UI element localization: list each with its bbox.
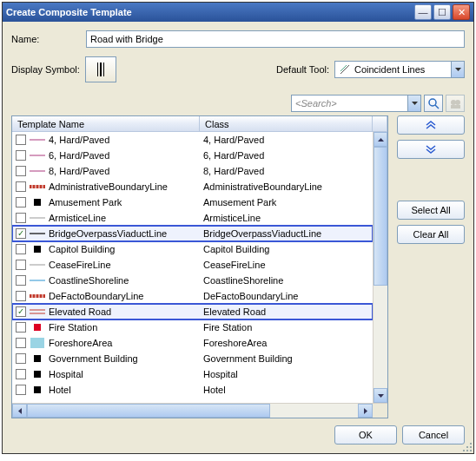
row-template-name: 4, Hard/Paved — [49, 135, 109, 145]
name-input[interactable] — [86, 30, 465, 48]
table-row[interactable]: 8, Hard/Paved8, Hard/Paved — [12, 163, 373, 179]
row-symbol-icon — [30, 291, 45, 301]
chevron-down-icon[interactable] — [451, 61, 465, 78]
close-button[interactable]: ✕ — [453, 4, 470, 20]
select-all-button[interactable]: Select All — [397, 201, 465, 220]
clear-all-button[interactable]: Clear All — [397, 225, 465, 244]
row-class: BridgeOverpassViaductLine — [203, 228, 321, 239]
row-symbol-icon — [30, 213, 45, 223]
col-template-name[interactable]: Template Name — [12, 116, 200, 131]
scroll-thumb-vertical[interactable] — [374, 147, 387, 286]
vertical-scrollbar[interactable] — [373, 132, 387, 403]
row-checkbox[interactable] — [16, 135, 26, 145]
horizontal-scrollbar[interactable] — [12, 403, 387, 418]
row-class: 4, Hard/Paved — [203, 135, 264, 145]
table-row[interactable]: 4, Hard/Paved4, Hard/Paved — [12, 132, 373, 148]
minimize-button[interactable]: — — [414, 4, 432, 20]
scroll-thumb-horizontal[interactable] — [27, 404, 270, 418]
display-symbol-button[interactable] — [85, 56, 116, 82]
table-row[interactable]: CoastlineShorelineCoastlineShoreline — [12, 273, 373, 288]
svg-rect-32 — [34, 386, 41, 393]
scroll-down-button[interactable] — [374, 388, 387, 403]
row-checkbox[interactable] — [16, 306, 26, 317]
chevron-down-icon[interactable] — [407, 95, 421, 112]
table-row[interactable]: HotelHotel — [12, 382, 373, 398]
table-row[interactable]: Capitol BuildingCapitol Building — [12, 241, 373, 257]
group-button — [446, 95, 465, 112]
row-checkbox[interactable] — [16, 275, 26, 286]
scroll-left-button[interactable] — [12, 404, 27, 418]
table-body: 4, Hard/Paved4, Hard/Paved6, Hard/Paved6… — [12, 132, 373, 403]
row-checkbox[interactable] — [16, 213, 26, 223]
move-down-button[interactable] — [397, 140, 465, 159]
maximize-button[interactable]: ☐ — [433, 4, 451, 20]
table-row[interactable]: 6, Hard/Paved6, Hard/Paved — [12, 148, 373, 163]
search-button[interactable] — [424, 95, 443, 112]
row-class: DeFactoBoundaryLine — [203, 291, 298, 301]
table-row[interactable]: CeaseFireLineCeaseFireLine — [12, 257, 373, 273]
row-symbol-icon — [30, 260, 45, 270]
table-row[interactable]: Fire StationFire Station — [12, 319, 373, 335]
ok-button[interactable]: OK — [334, 425, 397, 445]
template-table: Template Name Class 4, Hard/Paved4, Hard… — [11, 115, 388, 418]
table-header: Template Name Class — [12, 116, 387, 132]
row-template-name: Amusement Park — [49, 197, 122, 207]
row-checkbox[interactable] — [16, 369, 26, 379]
default-tool-combo[interactable]: Coincident Lines — [334, 61, 465, 78]
row-class: Amusement Park — [203, 197, 276, 207]
table-row[interactable]: HospitalHospital — [12, 366, 373, 382]
display-symbol-label: Display Symbol: — [11, 64, 80, 75]
svg-line-3 — [435, 105, 439, 109]
table-row[interactable]: AdministrativeBoundaryLineAdministrative… — [12, 179, 373, 194]
row-template-name: CeaseFireLine — [49, 260, 111, 270]
search-combo[interactable]: <Search> — [291, 95, 421, 112]
row-class: CeaseFireLine — [203, 260, 266, 270]
row-checkbox[interactable] — [16, 260, 26, 270]
row-checkbox[interactable] — [16, 228, 26, 239]
scroll-right-button[interactable] — [358, 404, 373, 418]
row-checkbox[interactable] — [16, 322, 26, 333]
table-row[interactable]: BridgeOverpassViaductLineBridgeOverpassV… — [12, 226, 373, 241]
svg-rect-30 — [34, 355, 41, 362]
row-checkbox[interactable] — [16, 181, 26, 192]
cancel-button[interactable]: Cancel — [402, 425, 465, 445]
group-icon — [450, 98, 461, 109]
row-symbol-icon — [30, 181, 45, 192]
table-row[interactable]: ForeshoreAreaForeshoreArea — [12, 335, 373, 351]
row-template-name: Hospital — [49, 369, 83, 379]
table-row[interactable]: Government BuildingGovernment Building — [12, 351, 373, 366]
svg-rect-15 — [34, 199, 41, 206]
name-label: Name: — [11, 34, 86, 44]
row-template-name: ForeshoreArea — [49, 338, 112, 348]
table-row[interactable]: Amusement ParkAmusement Park — [12, 194, 373, 210]
row-checkbox[interactable] — [16, 353, 26, 364]
row-class: Capitol Building — [203, 244, 269, 254]
default-tool-value: Coincident Lines — [354, 64, 425, 75]
table-row[interactable]: ArmisticeLineArmisticeLine — [12, 210, 373, 226]
table-row[interactable]: Elevated RoadElevated Road — [12, 304, 373, 319]
row-symbol-icon — [30, 353, 45, 364]
row-symbol-icon — [30, 338, 45, 348]
side-buttons: Select All Clear All — [397, 115, 465, 418]
row-class: Elevated Road — [203, 306, 266, 317]
table-row[interactable]: DeFactoBoundaryLineDeFactoBoundaryLine — [12, 288, 373, 304]
row-checkbox[interactable] — [16, 244, 26, 254]
row-symbol-icon — [30, 306, 45, 317]
row-template-name: CoastlineShoreline — [49, 275, 129, 286]
row-template-name: ArmisticeLine — [49, 213, 106, 223]
col-class[interactable]: Class — [200, 116, 373, 131]
row-checkbox[interactable] — [16, 385, 26, 395]
row-checkbox[interactable] — [16, 197, 26, 207]
scroll-up-button[interactable] — [374, 132, 387, 147]
row-template-name: Government Building — [49, 353, 138, 364]
resize-grip[interactable] — [461, 441, 472, 451]
row-checkbox[interactable] — [16, 291, 26, 301]
move-up-button[interactable] — [397, 115, 465, 135]
svg-rect-31 — [34, 371, 41, 378]
row-class: ArmisticeLine — [203, 213, 261, 223]
search-input[interactable]: <Search> — [291, 95, 407, 112]
row-checkbox[interactable] — [16, 150, 26, 161]
row-checkbox[interactable] — [16, 338, 26, 348]
row-template-name: 6, Hard/Paved — [49, 150, 109, 161]
row-checkbox[interactable] — [16, 166, 26, 176]
